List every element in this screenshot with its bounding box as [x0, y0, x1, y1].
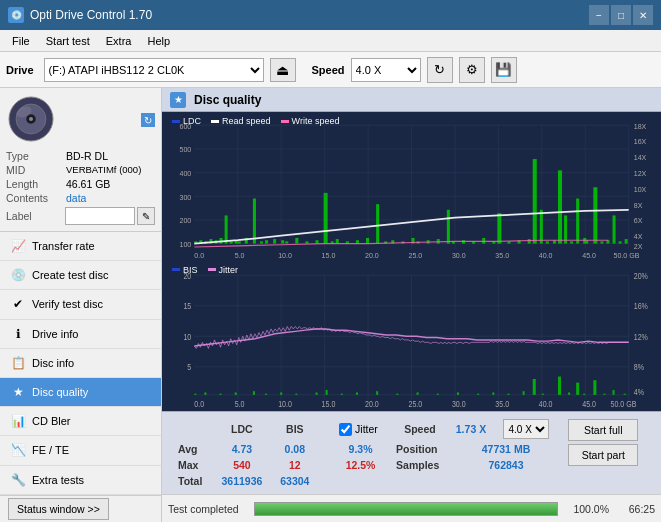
disc-refresh-button[interactable]: ↻: [141, 113, 155, 127]
max-label: Max: [172, 458, 211, 472]
svg-text:400: 400: [179, 169, 191, 178]
disc-length-row: Length 46.61 GB: [6, 178, 155, 190]
svg-text:15.0: 15.0: [322, 399, 336, 409]
sidebar-item-disc-info[interactable]: 📋 Disc info: [0, 349, 161, 378]
svg-text:45.0: 45.0: [582, 251, 596, 260]
ldc-legend: LDC Read speed Write speed: [172, 116, 339, 126]
jitter-checkbox[interactable]: [339, 423, 352, 436]
svg-text:20.0: 20.0: [365, 399, 379, 409]
svg-rect-126: [220, 393, 222, 394]
svg-rect-145: [533, 378, 536, 394]
close-button[interactable]: ✕: [633, 5, 653, 25]
svg-rect-40: [305, 241, 308, 243]
bottom-status-bar: Test completed 100.0% 66:25: [162, 494, 661, 522]
stats-empty-cell: [172, 418, 211, 440]
svg-text:10: 10: [183, 332, 191, 342]
sidebar-item-disc-quality[interactable]: ★ Disc quality: [0, 378, 161, 407]
svg-rect-142: [492, 392, 494, 394]
sidebar-item-create-test-disc[interactable]: 💿 Create test disc: [0, 261, 161, 290]
svg-rect-67: [540, 210, 543, 244]
app-icon: 💿: [8, 7, 24, 23]
svg-rect-138: [417, 392, 419, 394]
label-input[interactable]: [65, 207, 135, 225]
sidebar-item-extra-tests[interactable]: 🔧 Extra tests: [0, 466, 161, 495]
minimize-button[interactable]: −: [589, 5, 609, 25]
refresh-button[interactable]: ↻: [427, 57, 453, 83]
svg-text:10.0: 10.0: [278, 251, 292, 260]
svg-rect-37: [281, 240, 284, 243]
svg-text:10.0: 10.0: [278, 399, 292, 409]
svg-rect-128: [253, 391, 255, 395]
disc-mid-row: MID VERBATIMf (000): [6, 164, 155, 176]
sidebar-item-cd-bler[interactable]: 📊 CD Bler: [0, 407, 161, 436]
progress-fill: [255, 503, 557, 515]
jitter-label: Jitter: [355, 423, 378, 435]
svg-rect-29: [230, 241, 233, 243]
verify-test-disc-icon: ✔: [10, 296, 26, 312]
bis-chart-svg: 20 15 10 5 20% 16% 12% 8% 4% 0.0 5.0 10.…: [164, 263, 659, 410]
svg-text:300: 300: [179, 192, 191, 201]
speed-label: Speed: [312, 64, 345, 76]
svg-text:25.0: 25.0: [408, 251, 422, 260]
menu-extra[interactable]: Extra: [98, 33, 140, 49]
maximize-button[interactable]: □: [611, 5, 631, 25]
svg-rect-124: [194, 393, 196, 394]
ldc-legend-item: LDC: [172, 116, 201, 126]
disc-icon: [6, 94, 56, 144]
drive-info-icon: ℹ: [10, 326, 26, 342]
sidebar-item-verify-test-disc[interactable]: ✔ Verify test disc: [0, 290, 161, 319]
jitter-legend-label: Jitter: [219, 265, 239, 275]
save-button[interactable]: 💾: [491, 57, 517, 83]
svg-rect-154: [624, 393, 626, 394]
settings-button[interactable]: ⚙: [459, 57, 485, 83]
sidebar-item-fe-te[interactable]: 📉 FE / TE: [0, 436, 161, 465]
avg-label: Avg: [172, 442, 211, 456]
svg-text:4X: 4X: [634, 232, 643, 241]
sidebar-label-cd-bler: CD Bler: [32, 415, 71, 427]
samples-val: 762843: [452, 458, 560, 472]
ldc-header: LDC: [213, 418, 270, 440]
start-full-button[interactable]: Start full: [568, 419, 638, 441]
start-part-button[interactable]: Start part: [568, 444, 638, 466]
svg-rect-77: [600, 241, 603, 243]
sidebar-label-drive-info: Drive info: [32, 328, 78, 340]
drive-toolbar: Drive (F:) ATAPI iHBS112 2 CL0K ⏏ Speed …: [0, 52, 661, 88]
sidebar-label-fe-te: FE / TE: [32, 444, 69, 456]
type-value: BD-R DL: [66, 150, 108, 162]
svg-rect-134: [341, 393, 343, 394]
speed-select-stats[interactable]: 4.0 X: [503, 419, 549, 439]
svg-text:500: 500: [179, 145, 191, 154]
ldc-chart-svg: 600 500 400 300 200 100 18X 16X 14X 12X …: [164, 114, 659, 261]
write-speed-color-dot: [281, 120, 289, 123]
svg-rect-44: [336, 239, 339, 244]
transfer-rate-icon: 📈: [10, 238, 26, 254]
speed-select[interactable]: 4.0 X: [351, 58, 421, 82]
sidebar-item-transfer-rate[interactable]: 📈 Transfer rate: [0, 232, 161, 261]
drive-select[interactable]: (F:) ATAPI iHBS112 2 CL0K: [44, 58, 264, 82]
status-window-button[interactable]: Status window >>: [8, 498, 109, 520]
menu-file[interactable]: File: [4, 33, 38, 49]
svg-rect-31: [238, 241, 241, 243]
svg-rect-70: [558, 170, 562, 243]
bis-header: BIS: [273, 418, 318, 440]
max-jitter-val: 12.5%: [333, 458, 388, 472]
label-go-button[interactable]: ✎: [137, 207, 155, 225]
svg-rect-140: [457, 392, 459, 394]
svg-text:200: 200: [179, 216, 191, 225]
svg-text:15: 15: [183, 301, 191, 311]
ldc-legend-label: LDC: [183, 116, 201, 126]
menu-help[interactable]: Help: [139, 33, 178, 49]
svg-text:6X: 6X: [634, 216, 643, 225]
menu-starttest[interactable]: Start test: [38, 33, 98, 49]
svg-text:40.0: 40.0: [539, 251, 553, 260]
svg-text:12%: 12%: [634, 332, 648, 342]
max-bis-val: 12: [273, 458, 318, 472]
progress-percent: 100.0%: [564, 503, 609, 515]
svg-rect-152: [603, 393, 605, 394]
eject-button[interactable]: ⏏: [270, 58, 296, 82]
sidebar-item-drive-info[interactable]: ℹ Drive info: [0, 320, 161, 349]
svg-text:16X: 16X: [634, 137, 647, 146]
sidebar-label-verify-test-disc: Verify test disc: [32, 298, 103, 310]
contents-label: Contents: [6, 192, 66, 204]
svg-text:16%: 16%: [634, 301, 648, 311]
